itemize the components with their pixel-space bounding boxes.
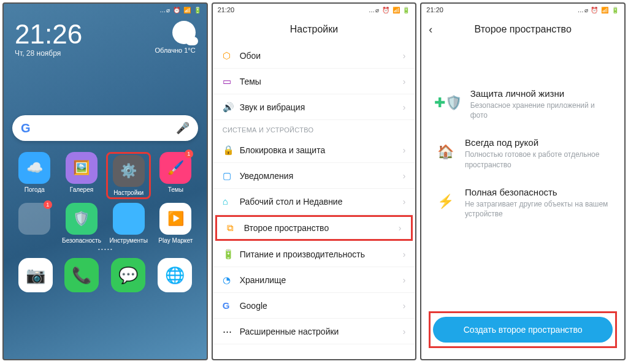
- status-icons: …⌀ ⏰ 📶 🔋: [578, 7, 619, 13]
- weather-widget[interactable]: Облачно 1°C: [155, 21, 196, 54]
- chevron-right-icon: ›: [403, 301, 406, 311]
- status-bar: …⌀ ⏰ 📶 🔋: [4, 4, 207, 16]
- page-indicator: • • • • •: [4, 246, 207, 252]
- clock-date: Чт, 28 ноября: [15, 49, 82, 58]
- chevron-right-icon: ›: [403, 77, 406, 86]
- app-settings-highlighted[interactable]: ⚙️ Настройки: [106, 152, 151, 199]
- feature-handy: 🏠 Всегда под рукой Полностью готовое к р…: [421, 129, 624, 178]
- app-themes[interactable]: 1 🖌️ Темы: [153, 152, 198, 199]
- row-sound[interactable]: 🔊Звук и вибрация›: [213, 94, 416, 120]
- chevron-right-icon: ›: [399, 223, 402, 233]
- row-storage[interactable]: ◔Хранилище›: [213, 267, 416, 293]
- battery-icon: 🔋: [223, 249, 240, 260]
- header: ‹ Второе пространство: [421, 16, 624, 43]
- status-bar: 21:20 …⌀ ⏰ 📶 🔋: [213, 4, 416, 16]
- row-battery[interactable]: 🔋Питание и производительность›: [213, 241, 416, 267]
- home-icon: 🏠: [434, 137, 458, 167]
- bolt-icon: ⚡: [434, 187, 458, 216]
- feature-title: Полная безопасность: [465, 187, 612, 197]
- row-themes[interactable]: ▭Темы›: [213, 69, 416, 94]
- settings-list: ⬡Обои› ▭Темы› 🔊Звук и вибрация› СИСТЕМА …: [213, 43, 416, 344]
- clock-time: 21:26: [15, 21, 82, 48]
- status-icons: …⌀ ⏰ 📶 🔋: [159, 7, 201, 13]
- phone-settings-screen: 21:20 …⌀ ⏰ 📶 🔋 Настройки ⬡Обои› ▭Темы› 🔊…: [212, 2, 417, 360]
- chevron-right-icon: ›: [403, 145, 406, 155]
- status-time: 21:20: [218, 6, 235, 13]
- app-grid: ☁️ Погода 🖼️ Галерея ⚙️ Настройки 1 🖌️ Т…: [4, 141, 207, 244]
- badge: 1: [44, 200, 52, 209]
- notification-icon: ▢: [223, 170, 240, 181]
- feature-safety: ⚡ Полная безопасность Не затрагивает дру…: [421, 178, 624, 227]
- page-title: Второе пространство: [475, 24, 572, 35]
- header: Настройки: [213, 16, 416, 43]
- chevron-right-icon: ›: [403, 171, 406, 181]
- chevron-right-icon: ›: [403, 51, 406, 61]
- status-icons: …⌀ ⏰ 📶 🔋: [369, 7, 410, 13]
- app-security[interactable]: 🛡️ Безопасность: [59, 203, 104, 244]
- chevron-right-icon: ›: [403, 249, 406, 259]
- themes-icon: ▭: [223, 76, 240, 87]
- badge: 1: [185, 150, 193, 158]
- camera-icon: 📷: [18, 258, 53, 292]
- phone-second-space-screen: 21:20 …⌀ ⏰ 📶 🔋 ‹ Второе пространство ✚🛡️…: [420, 2, 626, 360]
- feature-privacy: ✚🛡️ Защита личной жизни Безопасное хране…: [421, 80, 624, 129]
- row-wallpaper[interactable]: ⬡Обои›: [213, 43, 416, 69]
- cta-highlight: Создать второе пространство: [429, 311, 617, 348]
- feature-desc: Полностью готовое к работе отдельное про…: [465, 150, 612, 169]
- weather-text: Облачно 1°C: [155, 47, 196, 54]
- chrome-icon: 🌐: [158, 258, 192, 292]
- message-icon: 💬: [111, 258, 145, 292]
- row-home[interactable]: ⌂Рабочий стол и Недавние›: [213, 189, 416, 214]
- advanced-icon: ⋯: [223, 326, 240, 337]
- weather-app-icon: ☁️: [18, 152, 50, 184]
- home-icon: ⌂: [223, 196, 240, 207]
- settings-app-icon: ⚙️: [113, 155, 145, 187]
- row-google[interactable]: GGoogle›: [213, 293, 416, 319]
- second-space-icon: ⧉: [227, 222, 244, 233]
- google-search-bar[interactable]: G 🎤: [12, 115, 198, 141]
- google-logo-icon: G: [21, 121, 31, 135]
- row-second-space-highlighted[interactable]: ⧉Второе пространство›: [215, 215, 413, 241]
- chevron-right-icon: ›: [403, 275, 406, 285]
- row-notifications[interactable]: ▢Уведомления›: [213, 163, 416, 189]
- storage-icon: ◔: [223, 275, 240, 286]
- chevron-right-icon: ›: [403, 102, 406, 112]
- app-playmarket[interactable]: ▶️ Play Маркет: [153, 203, 198, 244]
- chevron-right-icon: ›: [403, 197, 406, 207]
- page-title: Настройки: [290, 24, 338, 35]
- back-button[interactable]: ‹: [429, 23, 432, 36]
- feature-title: Всегда под рукой: [465, 137, 612, 148]
- row-lock[interactable]: 🔒Блокировка и защита›: [213, 137, 416, 163]
- dock: 📷 📞 💬 🌐: [4, 252, 207, 297]
- app-tools[interactable]: Инструменты: [106, 203, 151, 244]
- play-store-icon: ▶️: [159, 203, 191, 235]
- dock-phone[interactable]: 📞: [59, 258, 105, 292]
- phone-home-screen: …⌀ ⏰ 📶 🔋 21:26 Чт, 28 ноября Облачно 1°C…: [2, 2, 208, 360]
- row-advanced[interactable]: ⋯Расширенные настройки›: [213, 319, 416, 344]
- app-weather[interactable]: ☁️ Погода: [12, 152, 57, 199]
- sound-icon: 🔊: [223, 102, 240, 113]
- phone-icon: 📞: [64, 258, 99, 292]
- dock-messages[interactable]: 💬: [105, 258, 151, 292]
- feature-desc: Не затрагивает другие объекты на вашем у…: [465, 199, 612, 219]
- shield-icon: 🛡️: [66, 203, 98, 235]
- lock-icon: 🔒: [223, 145, 240, 156]
- dock-camera[interactable]: 📷: [12, 258, 59, 292]
- cloud-icon: [172, 21, 196, 44]
- mic-icon[interactable]: 🎤: [176, 121, 190, 135]
- tools-folder-icon: [113, 203, 145, 235]
- feature-title: Защита личной жизни: [470, 88, 612, 99]
- google-icon: G: [223, 300, 240, 311]
- app-folder[interactable]: 1: [12, 203, 57, 244]
- section-header: СИСТЕМА И УСТРОЙСТВО: [213, 120, 416, 137]
- feature-desc: Безопасное хранение приложений и фото: [470, 100, 612, 120]
- chevron-right-icon: ›: [403, 327, 406, 336]
- wallpaper-icon: ⬡: [223, 50, 240, 61]
- create-second-space-button[interactable]: Создать второе пространство: [433, 317, 613, 343]
- shield-plus-icon: ✚🛡️: [434, 88, 462, 118]
- status-bar: 21:20 …⌀ ⏰ 📶 🔋: [421, 4, 624, 16]
- status-time: 21:20: [426, 6, 443, 13]
- dock-chrome[interactable]: 🌐: [151, 258, 198, 292]
- gallery-app-icon: 🖼️: [66, 152, 98, 184]
- app-gallery[interactable]: 🖼️ Галерея: [59, 152, 104, 199]
